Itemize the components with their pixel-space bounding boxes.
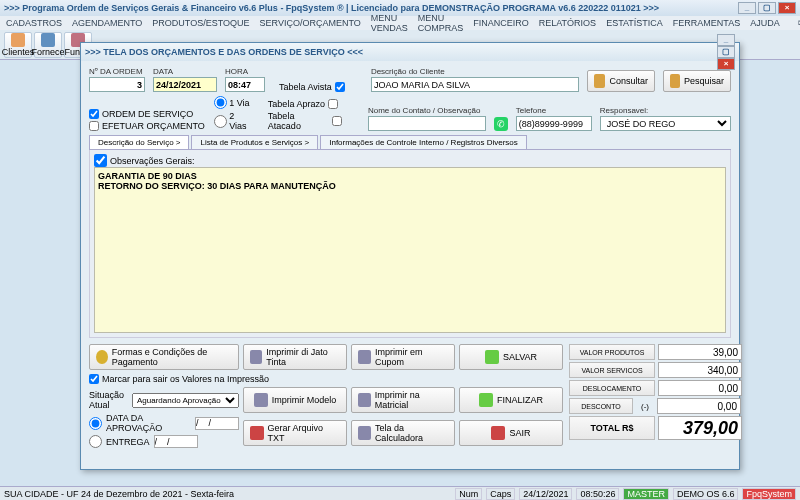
deslocamento: 0,00 (658, 380, 742, 396)
cliente-input[interactable] (371, 77, 579, 92)
toolbar-fornecedores[interactable]: Fornece (34, 32, 62, 58)
entrega-radio[interactable] (89, 435, 102, 448)
menu-item[interactable]: MENU VENDAS (371, 13, 408, 33)
observacoes-textarea[interactable] (94, 167, 726, 333)
menu-item[interactable]: PRODUTOS/ESTOQUE (152, 18, 249, 28)
dialog-close[interactable]: × (717, 58, 735, 70)
menu-item[interactable]: SERVIÇO/ORÇAMENTO (260, 18, 361, 28)
status-brand: FpqSystem (742, 488, 796, 500)
ordem-servico-check[interactable] (89, 109, 99, 119)
minimize-button[interactable]: _ (738, 2, 756, 14)
dialog-minimize[interactable]: _ (717, 34, 735, 46)
menu-item[interactable]: AGENDAMENTO (72, 18, 142, 28)
dialog-title: >>> TELA DOS ORÇAMENTOS E DAS ORDENS DE … (85, 47, 363, 57)
app-title: >>> Programa Ordem de Serviços Gerais & … (4, 3, 659, 13)
whatsapp-icon[interactable]: ✆ (494, 117, 508, 131)
status-num: Num (455, 488, 482, 500)
status-left: SUA CIDADE - UF 24 de Dezembro de 2021 -… (4, 489, 234, 499)
telefone-input[interactable] (516, 116, 592, 131)
tab-lista[interactable]: Lista de Produtos e Serviços > (191, 135, 318, 149)
toolbar-clientes[interactable]: Clientes (4, 32, 32, 58)
calculadora-button[interactable]: Tela da Calculadora (351, 420, 455, 446)
descricao-panel: Observações Gerais: (89, 150, 731, 338)
imprimir-cupom-button[interactable]: Imprimir em Cupom (351, 344, 455, 370)
situacao-select[interactable]: Aguardando Aprovação (132, 393, 239, 408)
finalizar-button[interactable]: FINALIZAR (459, 387, 563, 413)
menu-item[interactable]: ESTATÍSTICA (606, 18, 663, 28)
tab-info[interactable]: Informações de Controle Interno / Regist… (320, 135, 527, 149)
formas-pagamento-button[interactable]: Formas e Condições de Pagamento (89, 344, 239, 370)
close-button[interactable]: × (778, 2, 796, 14)
order-number-input[interactable] (89, 77, 145, 92)
tabela-aprazo-check[interactable] (328, 99, 338, 109)
obs-check[interactable] (94, 154, 107, 167)
menu-item[interactable]: FINANCEIRO (473, 18, 529, 28)
tabela-atacado-check[interactable] (332, 116, 342, 126)
desconto: 0,00 (657, 398, 741, 414)
data-aprov-input[interactable] (195, 417, 239, 430)
marcar-valores-check[interactable] (89, 374, 99, 384)
via1-radio[interactable] (214, 96, 227, 109)
maximize-button[interactable]: ▢ (758, 2, 776, 14)
valor-produtos: 39,00 (658, 344, 742, 360)
menu-item[interactable]: CADASTROS (6, 18, 62, 28)
date-input[interactable] (153, 77, 217, 92)
gerar-txt-button[interactable]: Gerar Arquivo TXT (243, 420, 347, 446)
pesquisar-button[interactable]: Pesquisar (663, 70, 731, 92)
tabela-avista-check[interactable] (335, 82, 345, 92)
data-aprov-radio[interactable] (89, 417, 102, 430)
total-value: 379,00 (658, 416, 742, 440)
sair-button[interactable]: SAIR (459, 420, 563, 446)
status-demo: DEMO OS 6.6 (673, 488, 739, 500)
consultar-button[interactable]: Consultar (587, 70, 655, 92)
status-master: MASTER (623, 488, 669, 500)
dialog-maximize[interactable]: ▢ (717, 46, 735, 58)
tabs: Descrição do Serviço > Lista de Produtos… (89, 135, 731, 150)
salvar-button[interactable]: SALVAR (459, 344, 563, 370)
menu-item[interactable]: MENU COMPRAS (418, 13, 464, 33)
menu-item[interactable]: FERRAMENTAS (673, 18, 740, 28)
hour-input[interactable] (225, 77, 265, 92)
responsavel-select[interactable]: JOSÉ DO REGO (600, 116, 731, 131)
entrega-input[interactable] (154, 435, 198, 448)
menubar: CADASTROS AGENDAMENTO PRODUTOS/ESTOQUE S… (0, 16, 800, 30)
order-dialog: >>> TELA DOS ORÇAMENTOS E DAS ORDENS DE … (80, 42, 740, 470)
imprimir-matricial-button[interactable]: Imprimir na Matricial (351, 387, 455, 413)
menu-item[interactable]: AJUDA (750, 18, 780, 28)
menu-item[interactable]: RELATÓRIOS (539, 18, 596, 28)
efetuar-orc-check[interactable] (89, 121, 99, 131)
status-date: 24/12/2021 (519, 488, 572, 500)
contato-input[interactable] (368, 116, 486, 131)
status-caps: Caps (486, 488, 515, 500)
imprimir-modelo-button[interactable]: Imprimir Modelo (243, 387, 347, 413)
status-time: 08:50:26 (576, 488, 619, 500)
dialog-titlebar: >>> TELA DOS ORÇAMENTOS E DAS ORDENS DE … (81, 43, 739, 61)
valor-servicos: 340,00 (658, 362, 742, 378)
via2-radio[interactable] (214, 115, 227, 128)
tab-descricao[interactable]: Descrição do Serviço > (89, 135, 189, 149)
statusbar: SUA CIDADE - UF 24 de Dezembro de 2021 -… (0, 486, 800, 500)
imprimir-jato-button[interactable]: Imprimir di Jato Tinta (243, 344, 347, 370)
